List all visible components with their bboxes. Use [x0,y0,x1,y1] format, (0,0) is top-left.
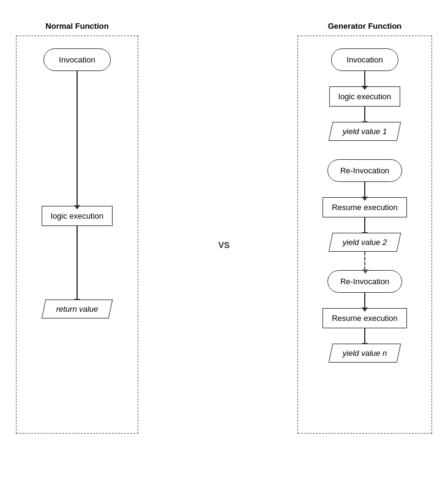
normal-invocation: Invocation [43,48,111,71]
gen-yieldn: yield value n [330,344,399,363]
gen-yield2: yield value 2 [330,233,399,252]
gen-invocation: Invocation [331,48,398,71]
generator-function-section: Generator Function Invocation logic exec… [297,21,432,434]
normal-return: return value [43,300,111,318]
gen-reinvocation1: Re-Invocation [327,159,402,182]
vs-label: VS [218,240,230,250]
normal-function-title: Normal Function [45,21,108,31]
normal-function-box: Invocation logic execution return value [16,36,138,434]
diagram-container: Normal Function Invocation logic executi… [10,9,438,481]
generator-function-title: Generator Function [328,21,402,31]
gen-yield1: yield value 1 [330,122,399,141]
generator-function-box: Invocation logic execution yield value 1 [297,36,432,434]
normal-function-section: Normal Function Invocation logic executi… [16,21,138,434]
